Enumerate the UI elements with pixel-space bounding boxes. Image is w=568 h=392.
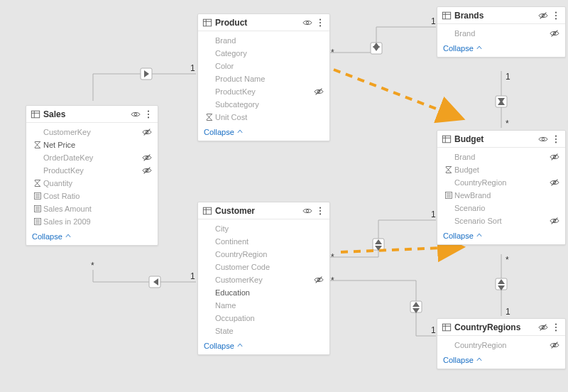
field-row[interactable]: Unit Cost [198, 111, 329, 124]
field-row[interactable]: Cost Ratio [26, 190, 158, 202]
hidden-icon[interactable] [550, 152, 559, 162]
field-row[interactable]: Brand [437, 27, 565, 40]
table-header[interactable]: Customer [198, 202, 329, 219]
hidden-icon[interactable] [550, 28, 559, 38]
table-card-sales[interactable]: SalesCustomerKeyNet PriceOrderDateKeyPro… [26, 105, 158, 246]
visibility-icon[interactable] [302, 18, 312, 28]
field-list: CountryRegion [437, 336, 565, 353]
visibility-icon[interactable] [538, 134, 548, 144]
svg-point-74 [320, 207, 321, 209]
more-options-icon[interactable] [551, 322, 561, 332]
svg-rect-70 [203, 207, 211, 214]
field-row[interactable]: OrderDateKey [26, 151, 158, 164]
hidden-icon[interactable] [550, 178, 559, 187]
field-row[interactable]: Color [198, 60, 329, 72]
field-row[interactable]: CountryRegion [198, 248, 329, 261]
field-row[interactable]: CountryRegion [437, 176, 565, 189]
field-row[interactable]: CustomerKey [198, 273, 329, 286]
field-row[interactable]: Subcategory [198, 98, 329, 111]
table-header[interactable]: Product [198, 14, 329, 31]
field-row[interactable]: Continent [198, 235, 329, 248]
field-row[interactable]: Brand [198, 34, 329, 47]
field-row[interactable]: Sales in 2009 [26, 215, 158, 228]
field-row[interactable]: Name [198, 299, 329, 312]
field-name: Brand [454, 29, 550, 38]
hidden-icon[interactable] [314, 87, 324, 97]
table-header[interactable]: Sales [26, 106, 158, 123]
hidden-icon[interactable] [142, 165, 152, 175]
field-row[interactable]: CustomerKey [26, 126, 158, 138]
table-header[interactable]: CountryRegions [437, 319, 565, 336]
blank-icon [204, 99, 215, 109]
hidden-icon[interactable] [142, 153, 152, 163]
collapse-link[interactable]: Collapse [198, 125, 329, 141]
table-card-brands[interactable]: BrandsBrandCollapse [437, 6, 566, 58]
collapse-link[interactable]: Collapse [198, 339, 329, 354]
svg-marker-30 [498, 285, 505, 290]
model-diagram-canvas[interactable]: * 1 * 1 * 1 1 * * 1 * 1 1 * SalesCustome… [0, 0, 568, 392]
field-row[interactable]: ProductKey [26, 164, 158, 177]
field-name: Scenario Sort [454, 217, 550, 225]
svg-text:1: 1 [190, 271, 195, 281]
collapse-link[interactable]: Collapse [26, 229, 158, 245]
svg-text:*: * [331, 252, 334, 262]
blank-icon [204, 326, 215, 336]
field-row[interactable]: State [198, 325, 329, 337]
hidden-icon[interactable] [550, 216, 559, 226]
field-row[interactable]: Brand [437, 151, 565, 163]
more-options-icon[interactable] [315, 18, 325, 28]
more-options-icon[interactable] [315, 206, 325, 216]
table-card-budget[interactable]: BudgetBrandBudgetCountryRegionNewBrandSc… [437, 130, 566, 245]
field-row[interactable]: Category [198, 47, 329, 60]
field-row[interactable]: Quantity [26, 177, 158, 190]
table-card-product[interactable]: ProductBrandCategoryColorProduct NamePro… [197, 13, 330, 141]
field-row[interactable]: CountryRegion [437, 339, 565, 352]
field-name: Net Price [43, 141, 152, 149]
collapse-link[interactable]: Collapse [437, 41, 565, 57]
hidden-icon[interactable] [538, 322, 548, 332]
hidden-icon[interactable] [314, 275, 324, 285]
svg-line-35 [341, 247, 460, 252]
table-card-countryregions[interactable]: CountryRegionsCountryRegionCollapse [437, 318, 566, 369]
svg-text:*: * [331, 48, 334, 58]
collapse-link[interactable]: Collapse [437, 229, 565, 244]
collapse-label: Collapse [204, 342, 234, 350]
table-header[interactable]: Budget [437, 131, 565, 148]
svg-point-111 [555, 324, 557, 325]
field-row[interactable]: Scenario Sort [437, 214, 565, 227]
more-options-icon[interactable] [551, 11, 561, 21]
hidden-icon[interactable] [550, 340, 559, 350]
visibility-icon[interactable] [302, 206, 312, 216]
table-title: Product [212, 18, 300, 28]
field-row[interactable]: Education [198, 286, 329, 299]
table-card-customer[interactable]: CustomerCityContinentCountryRegionCustom… [197, 202, 330, 355]
svg-point-84 [555, 12, 557, 13]
svg-rect-23 [410, 301, 422, 312]
visibility-icon[interactable] [131, 109, 141, 119]
hidden-icon[interactable] [142, 127, 152, 137]
hidden-icon[interactable] [538, 11, 548, 21]
svg-rect-28 [496, 278, 507, 290]
field-name: Subcategory [215, 100, 324, 109]
chevron-up-icon [476, 356, 483, 364]
field-name: CustomerKey [43, 128, 142, 136]
field-row[interactable]: City [198, 222, 329, 235]
field-row[interactable]: Sales Amount [26, 202, 158, 215]
field-row[interactable]: Product Name [198, 72, 329, 85]
more-options-icon[interactable] [143, 109, 153, 119]
collapse-link[interactable]: Collapse [437, 353, 565, 369]
svg-rect-18 [373, 239, 384, 250]
more-options-icon[interactable] [551, 134, 561, 144]
field-row[interactable]: Customer Code [198, 261, 329, 273]
table-title: Customer [212, 206, 300, 216]
field-row[interactable]: Net Price [26, 138, 158, 151]
field-row[interactable]: ProductKey [198, 85, 329, 98]
blank-icon [204, 236, 215, 246]
field-row[interactable]: NewBrand [437, 189, 565, 202]
field-row[interactable]: Budget [437, 163, 565, 176]
svg-point-67 [320, 25, 321, 26]
table-header[interactable]: Brands [437, 7, 565, 24]
field-row[interactable]: Scenario [437, 202, 565, 214]
svg-text:*: * [91, 261, 94, 271]
field-row[interactable]: Occupation [198, 312, 329, 325]
